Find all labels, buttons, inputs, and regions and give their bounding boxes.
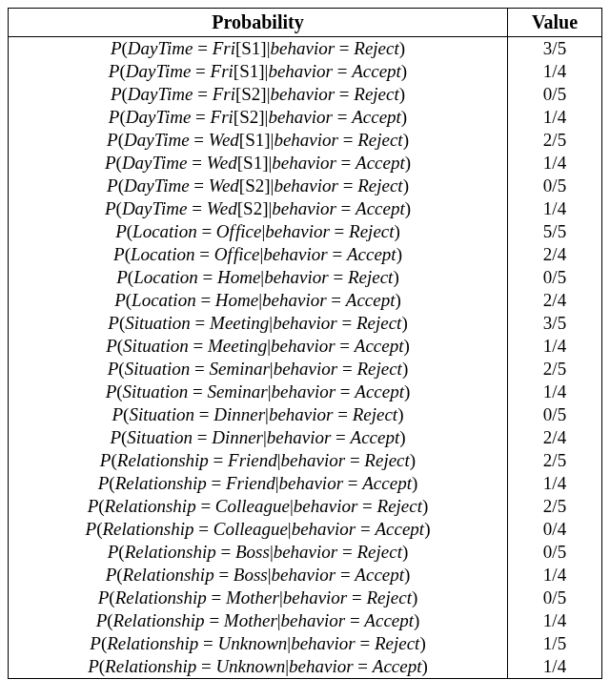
probability-cell: P(DayTime = Fri[S2]|behavior = Reject) (9, 83, 508, 106)
value-cell: 0/5 (508, 83, 602, 106)
table-row: P(DayTime = Fri[S2]|behavior = Reject)0/… (9, 83, 602, 106)
probability-cell: P(Location = Home|behavior = Reject) (9, 266, 508, 289)
value-cell: 2/5 (508, 129, 602, 152)
table-row: P(Relationship = Friend|behavior = Accep… (9, 472, 602, 495)
probability-cell: P(Situation = Meeting|behavior = Accept) (9, 335, 508, 358)
table-row: P(Relationship = Unknown|behavior = Acce… (9, 655, 602, 679)
probability-cell: P(Location = Home|behavior = Accept) (9, 289, 508, 312)
table-row: P(Location = Home|behavior = Reject)0/5 (9, 266, 602, 289)
table-row: P(Location = Of fice|behavior = Reject)5… (9, 220, 602, 243)
probability-cell: P(DayTime = Wed[S2]|behavior = Accept) (9, 197, 508, 220)
value-cell: 2/5 (508, 449, 602, 472)
value-cell: 0/5 (508, 403, 602, 426)
probability-cell: P(DayTime = Wed[S1]|behavior = Reject) (9, 129, 508, 152)
table-row: P(Situation = Seminar|behavior = Reject)… (9, 358, 602, 381)
value-cell: 0/5 (508, 587, 602, 609)
table-row: P(DayTime = Fri[S1]|behavior = Reject)3/… (9, 37, 602, 61)
table-row: P(Relationship = Friend|behavior = Rejec… (9, 449, 602, 472)
value-cell: 3/5 (508, 37, 602, 61)
value-cell: 2/4 (508, 289, 602, 312)
col-probability-header: Probability (9, 9, 508, 37)
table-row: P(DayTime = Fri[S1]|behavior = Accept)1/… (9, 60, 602, 83)
table-row: P(Situation = Meeting|behavior = Reject)… (9, 312, 602, 335)
probability-cell: P(Situation = Dinner|behavior = Reject) (9, 403, 508, 426)
value-cell: 1/4 (508, 152, 602, 175)
probability-cell: P(Relationship = Colleague|behavior = Ac… (9, 518, 508, 541)
probability-cell: P(Relationship = Friend|behavior = Rejec… (9, 449, 508, 472)
value-cell: 0/4 (508, 518, 602, 541)
probability-cell: P(DayTime = Wed[S2]|behavior = Reject) (9, 175, 508, 197)
probability-cell: P(Relationship = Mother|behavior = Rejec… (9, 587, 508, 609)
table-row: P(Relationship = Boss|behavior = Accept)… (9, 564, 602, 587)
table-row: P(Situation = Dinner|behavior = Reject)0… (9, 403, 602, 426)
probability-cell: P(Situation = Seminar|behavior = Accept) (9, 381, 508, 403)
table-row: P(Location = Home|behavior = Accept)2/4 (9, 289, 602, 312)
value-cell: 1/4 (508, 655, 602, 679)
table-row: P(Situation = Seminar|behavior = Accept)… (9, 381, 602, 403)
table-row: P(DayTime = Wed[S1]|behavior = Accept)1/… (9, 152, 602, 175)
value-cell: 0/5 (508, 175, 602, 197)
value-cell: 5/5 (508, 220, 602, 243)
probability-cell: P(Relationship = Unknown|behavior = Acce… (9, 655, 508, 679)
probability-cell: P(Relationship = Unknown|behavior = Reje… (9, 632, 508, 655)
table-row: P(Relationship = Mother|behavior = Rejec… (9, 587, 602, 609)
value-cell: 1/4 (508, 609, 602, 632)
value-cell: 3/5 (508, 312, 602, 335)
col-value-header: Value (508, 9, 602, 37)
value-cell: 1/4 (508, 335, 602, 358)
probability-cell: P(Relationship = Colleague|behavior = Re… (9, 495, 508, 518)
probability-cell: P(DayTime = Wed[S1]|behavior = Accept) (9, 152, 508, 175)
probability-cell: P(Situation = Dinner|behavior = Accept) (9, 426, 508, 449)
probability-cell: P(Location = Of fice|behavior = Reject) (9, 220, 508, 243)
value-cell: 1/4 (508, 60, 602, 83)
table-row: P(Relationship = Colleague|behavior = Ac… (9, 518, 602, 541)
table-row: P(DayTime = Wed[S2]|behavior = Accept)1/… (9, 197, 602, 220)
value-cell: 2/4 (508, 243, 602, 266)
table-row: P(Relationship = Mother|behavior = Accep… (9, 609, 602, 632)
probability-cell: P(DayTime = Fri[S2]|behavior = Accept) (9, 106, 508, 129)
probability-cell: P(Relationship = Friend|behavior = Accep… (9, 472, 508, 495)
value-cell: 1/4 (508, 106, 602, 129)
probability-cell: P(Situation = Meeting|behavior = Reject) (9, 312, 508, 335)
value-cell: 2/5 (508, 495, 602, 518)
table-row: P(DayTime = Wed[S1]|behavior = Reject)2/… (9, 129, 602, 152)
value-cell: 1/4 (508, 381, 602, 403)
table-row: P(DayTime = Wed[S2]|behavior = Reject)0/… (9, 175, 602, 197)
value-cell: 2/4 (508, 426, 602, 449)
table-row: P(Situation = Meeting|behavior = Accept)… (9, 335, 602, 358)
probability-cell: P(DayTime = Fri[S1]|behavior = Accept) (9, 60, 508, 83)
value-cell: 1/4 (508, 197, 602, 220)
table-row: P(Location = Of fice|behavior = Accept)2… (9, 243, 602, 266)
table-row: P(Situation = Dinner|behavior = Accept)2… (9, 426, 602, 449)
probability-cell: P(DayTime = Fri[S1]|behavior = Reject) (9, 37, 508, 61)
value-cell: 2/5 (508, 358, 602, 381)
probability-cell: P(Relationship = Boss|behavior = Accept) (9, 564, 508, 587)
probability-cell: P(Relationship = Mother|behavior = Accep… (9, 609, 508, 632)
table-row: P(Relationship = Boss|behavior = Reject)… (9, 541, 602, 564)
value-cell: 0/5 (508, 266, 602, 289)
probability-cell: P(Situation = Seminar|behavior = Reject) (9, 358, 508, 381)
probability-cell: P(Location = Of fice|behavior = Accept) (9, 243, 508, 266)
value-cell: 1/5 (508, 632, 602, 655)
table-row: P(Relationship = Unknown|behavior = Reje… (9, 632, 602, 655)
value-cell: 0/5 (508, 541, 602, 564)
probability-table: Probability Value P(DayTime = Fri[S1]|be… (8, 8, 602, 679)
value-cell: 1/4 (508, 564, 602, 587)
table-row: P(Relationship = Colleague|behavior = Re… (9, 495, 602, 518)
probability-cell: P(Relationship = Boss|behavior = Reject) (9, 541, 508, 564)
table-row: P(DayTime = Fri[S2]|behavior = Accept)1/… (9, 106, 602, 129)
value-cell: 1/4 (508, 472, 602, 495)
